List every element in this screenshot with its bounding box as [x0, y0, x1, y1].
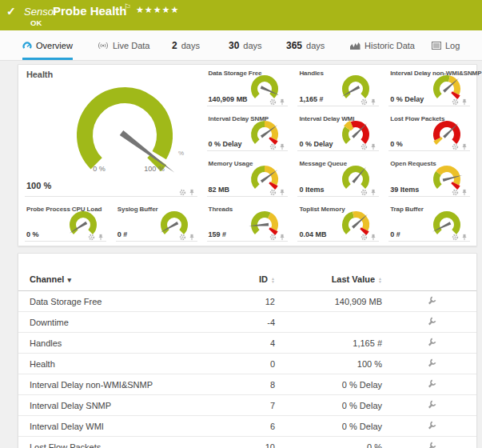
channel-name[interactable]: Health [18, 354, 197, 374]
gear-icon[interactable] [452, 189, 459, 196]
column-header-channel[interactable]: Channel▾ [18, 254, 197, 291]
channel-name[interactable]: Downtime [18, 312, 197, 333]
table-row-handles: Handles41,165 # [18, 333, 476, 354]
channel-name[interactable]: Data Storage Free [18, 291, 197, 312]
pin-icon[interactable] [279, 234, 285, 241]
gear-icon[interactable] [179, 189, 186, 196]
channel-last-value: 100 % [280, 354, 387, 374]
priority-stars[interactable]: ★★★★★ [136, 5, 179, 15]
channel-settings-icon[interactable] [427, 296, 436, 306]
gear-icon[interactable] [361, 189, 368, 196]
cell-divider [388, 106, 470, 106]
pin-icon[interactable] [461, 234, 468, 241]
gear-icon[interactable] [452, 143, 459, 150]
pin-icon[interactable] [370, 234, 376, 241]
status-check-icon: ✓ [6, 5, 16, 18]
gear-icon[interactable] [269, 143, 277, 150]
pin-icon[interactable] [279, 189, 285, 196]
gear-icon[interactable] [361, 143, 368, 150]
pin-icon[interactable] [461, 189, 468, 196]
channel-id: 4 [197, 333, 280, 354]
channel-last-value: 1,165 # [280, 333, 387, 354]
tab-bar: OverviewLive Data2days30days365daysHisto… [0, 30, 482, 61]
channel-settings-icon[interactable] [427, 358, 436, 368]
channel-settings-icon[interactable] [427, 442, 436, 448]
channel-last-value: 0 % Delay [280, 374, 387, 395]
channel-name[interactable]: Interval Delay WMI [18, 416, 197, 437]
gear-icon[interactable] [361, 234, 368, 241]
channel-name[interactable]: Handles [18, 333, 197, 354]
tab-30-days[interactable]: 30days [229, 30, 262, 60]
gauge-title: Health [26, 70, 53, 79]
table-row-interval-delay-non-wmi-snmp: Interval Delay non-WMI&SNMP80 % Delay [18, 374, 476, 395]
cell-divider [388, 196, 470, 197]
status-badge: OK [30, 18, 42, 27]
cell-divider [207, 196, 289, 197]
channel-settings-icon[interactable] [427, 379, 436, 389]
chart-icon [350, 42, 361, 50]
gear-icon[interactable] [269, 234, 277, 241]
gauge-unit-label: % [178, 150, 184, 157]
column-header-id[interactable]: ID▲▼ [197, 254, 280, 291]
pin-icon[interactable] [189, 189, 195, 196]
tab-label: Live Data [113, 41, 149, 50]
cell-divider [207, 241, 289, 242]
health-gauge [57, 76, 193, 188]
gauge-value: 0 Items [299, 186, 324, 194]
pin-icon[interactable] [461, 143, 468, 150]
tab-live-data[interactable]: Live Data [98, 30, 149, 60]
gauge-cell-memory-usage: Memory Usage82 MB [202, 155, 293, 201]
channel-settings-icon[interactable] [427, 400, 436, 410]
tab-365-days[interactable]: 365days [286, 30, 325, 60]
tab-range-number: 30 [229, 40, 239, 51]
pin-icon[interactable] [370, 98, 376, 106]
channel-settings-icon[interactable] [427, 317, 436, 326]
gear-icon[interactable] [269, 98, 277, 106]
gauge-title: Threads [209, 206, 233, 213]
pin-icon[interactable] [279, 143, 285, 150]
gear-icon[interactable] [179, 234, 186, 241]
gauge-title: Syslog Buffer [118, 206, 158, 213]
column-header-last-value[interactable]: Last Value▲▼ [280, 254, 387, 291]
channel-id: -4 [197, 312, 280, 333]
cell-divider [25, 241, 106, 242]
pin-icon[interactable] [370, 189, 376, 196]
gauge-cell-syslog-buffer: Syslog Buffer0 # [111, 201, 202, 246]
gear-icon[interactable] [88, 234, 95, 241]
gauge-scale-max: 100 % [137, 165, 172, 173]
channel-settings-icon[interactable] [427, 421, 436, 430]
pin-icon[interactable] [189, 234, 195, 241]
gear-icon[interactable] [269, 189, 277, 196]
gear-icon[interactable] [452, 98, 459, 106]
table-row-health: Health0100 % [18, 354, 476, 374]
tab-2-days[interactable]: 2days [172, 30, 200, 60]
gauge-cell-interval-delay-wmi: Interval Delay WMI0 % Delay [293, 110, 384, 156]
channel-settings-icon[interactable] [427, 338, 436, 347]
channel-name[interactable]: Interval Delay SNMP [18, 395, 197, 416]
gauge-title: Handles [299, 70, 323, 77]
channel-name[interactable]: Lost Flow Packets [18, 437, 197, 448]
column-label: Channel [30, 274, 64, 284]
gear-icon[interactable] [361, 98, 368, 106]
tab-overview[interactable]: Overview [22, 30, 73, 60]
channel-last-value: 140,909 MB [280, 291, 387, 312]
flag-icon[interactable]: ⚐ [124, 2, 131, 11]
sort-updown-icon: ▲▼ [378, 277, 382, 283]
gauge-cell-probe-process-cpu-load: Probe Process CPU Load0 % [20, 201, 111, 246]
channel-last-value: 0 % [280, 437, 387, 448]
pin-icon[interactable] [461, 98, 468, 106]
channel-id: 12 [197, 291, 280, 312]
pin-icon[interactable] [279, 98, 285, 106]
gear-icon[interactable] [452, 234, 459, 241]
gauge-cell-lost-flow-packets: Lost Flow Packets0 % [384, 110, 475, 156]
cell-divider [207, 150, 289, 151]
pin-icon[interactable] [370, 143, 376, 150]
tab-historic-data[interactable]: Historic Data [350, 30, 415, 60]
gauge-value: 0 # [118, 230, 128, 238]
pin-icon[interactable] [98, 234, 104, 241]
channel-last-value: 0 % Delay [280, 395, 387, 416]
table-row-lost-flow-packets: Lost Flow Packets100 % [18, 437, 476, 448]
tab-log[interactable]: Log [432, 30, 460, 60]
channel-name[interactable]: Interval Delay non-WMI&SNMP [18, 374, 197, 395]
cell-divider [388, 241, 470, 242]
